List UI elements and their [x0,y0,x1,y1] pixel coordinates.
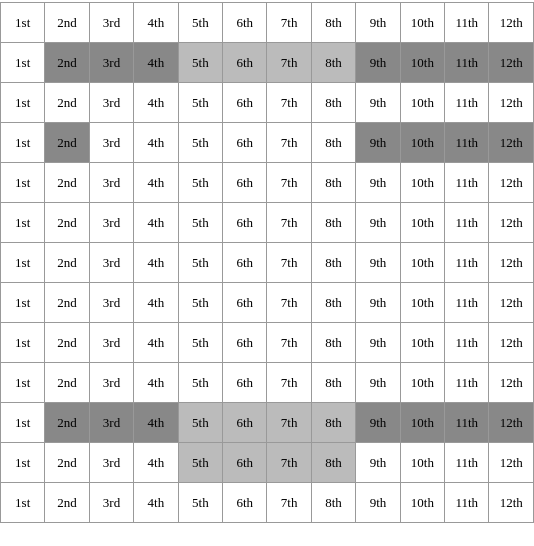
table-cell: 11th [445,363,489,403]
table-cell: 10th [400,83,444,123]
table-cell: 4th [134,363,178,403]
table-cell: 12th [489,83,534,123]
table-cell: 10th [400,163,444,203]
table-cell: 10th [400,483,444,523]
table-cell: 2nd [45,443,89,483]
table-cell: 5th [178,3,222,43]
table-cell: 11th [445,483,489,523]
table-cell: 3rd [89,123,133,163]
table-cell: 12th [489,243,534,283]
table-cell: 9th [356,443,400,483]
table-cell: 7th [267,203,311,243]
table-cell: 10th [400,363,444,403]
table-cell: 6th [223,243,267,283]
table-cell: 12th [489,403,534,443]
table-cell: 1st [1,83,45,123]
table-cell: 8th [311,483,355,523]
table-cell: 2nd [45,403,89,443]
table-cell: 3rd [89,483,133,523]
table-cell: 9th [356,123,400,163]
table-cell: 4th [134,163,178,203]
table-cell: 7th [267,83,311,123]
table-cell: 5th [178,83,222,123]
table-cell: 4th [134,403,178,443]
table-cell: 8th [311,3,355,43]
table-cell: 11th [445,123,489,163]
table-cell: 9th [356,363,400,403]
table-cell: 10th [400,203,444,243]
table-cell: 1st [1,43,45,83]
table-cell: 3rd [89,403,133,443]
table-cell: 1st [1,163,45,203]
table-cell: 4th [134,83,178,123]
table-cell: 3rd [89,43,133,83]
table-cell: 12th [489,323,534,363]
table-cell: 3rd [89,283,133,323]
table-cell: 9th [356,243,400,283]
table-cell: 5th [178,43,222,83]
table-cell: 6th [223,483,267,523]
table-cell: 12th [489,123,534,163]
table-cell: 8th [311,403,355,443]
table-cell: 10th [400,283,444,323]
table-cell: 2nd [45,43,89,83]
table-cell: 1st [1,443,45,483]
table-cell: 8th [311,83,355,123]
table-cell: 3rd [89,243,133,283]
table-cell: 7th [267,283,311,323]
table-cell: 6th [223,163,267,203]
table-cell: 12th [489,363,534,403]
table-cell: 9th [356,83,400,123]
table-cell: 6th [223,43,267,83]
table-cell: 2nd [45,323,89,363]
table-cell: 5th [178,323,222,363]
table-cell: 5th [178,403,222,443]
table-cell: 4th [134,283,178,323]
table-cell: 5th [178,443,222,483]
table-cell: 3rd [89,3,133,43]
table-cell: 8th [311,323,355,363]
table-cell: 1st [1,363,45,403]
table-cell: 11th [445,283,489,323]
table-cell: 7th [267,403,311,443]
table-cell: 7th [267,43,311,83]
table-cell: 6th [223,203,267,243]
table-cell: 2nd [45,3,89,43]
table-cell: 10th [400,123,444,163]
table-cell: 9th [356,43,400,83]
table-cell: 4th [134,323,178,363]
table-cell: 12th [489,3,534,43]
table-cell: 11th [445,323,489,363]
table-cell: 9th [356,323,400,363]
table-cell: 11th [445,43,489,83]
table-cell: 6th [223,83,267,123]
table-cell: 12th [489,163,534,203]
table-cell: 9th [356,403,400,443]
table-cell: 8th [311,163,355,203]
table-cell: 6th [223,363,267,403]
table-cell: 1st [1,323,45,363]
table-cell: 8th [311,123,355,163]
table-cell: 6th [223,123,267,163]
table-cell: 8th [311,43,355,83]
table-cell: 6th [223,323,267,363]
table-cell: 12th [489,43,534,83]
table-cell: 4th [134,243,178,283]
table-cell: 1st [1,243,45,283]
table-cell: 1st [1,283,45,323]
grid-table: 1st2nd3rd4th5th6th7th8th9th10th11th12th1… [0,2,534,523]
table-cell: 9th [356,283,400,323]
table-cell: 11th [445,163,489,203]
table-cell: 3rd [89,323,133,363]
table-cell: 2nd [45,83,89,123]
table-cell: 3rd [89,443,133,483]
table-cell: 7th [267,3,311,43]
table-cell: 1st [1,403,45,443]
table-cell: 1st [1,483,45,523]
table-cell: 6th [223,403,267,443]
table-cell: 2nd [45,363,89,403]
table-cell: 3rd [89,163,133,203]
table-cell: 7th [267,443,311,483]
table-cell: 4th [134,43,178,83]
table-cell: 4th [134,123,178,163]
